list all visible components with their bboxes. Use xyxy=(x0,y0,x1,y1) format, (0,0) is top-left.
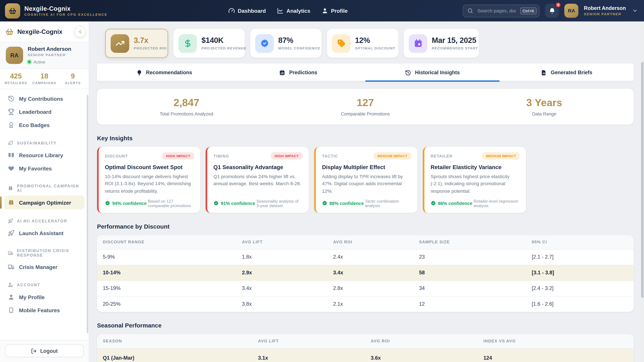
search-shortcut-badge: Ctrl+K xyxy=(520,7,537,14)
tab-generated-briefs[interactable]: Generated Briefs xyxy=(500,63,634,82)
metric-card-model-confidence: 87% MODEL CONFIDENCE xyxy=(250,29,322,58)
chevron-down-icon[interactable] xyxy=(632,8,638,13)
app-subtitle: COGNITIVE AI FOR CPG EXCELLENCE xyxy=(24,13,108,16)
status-label: Active xyxy=(33,59,45,64)
search-icon xyxy=(468,8,473,13)
table-row: 20-25%3.8x2.1x12[1.6 - 2.6] xyxy=(97,296,634,312)
insight-source: Retailer-level regression analysis xyxy=(474,199,520,208)
sidebar-item-eco-badges[interactable]: Eco Badges xyxy=(4,118,85,132)
discount-performance-table: DISCOUNT RANGEAVG LIFTAVG ROISAMPLE SIZE… xyxy=(97,235,634,312)
sidebar-collapse-button[interactable] xyxy=(74,26,86,37)
table-cell: 20-25% xyxy=(97,301,242,307)
sidebar-item-resource-library[interactable]: Resource Library xyxy=(4,149,85,162)
metric-icon-wrap xyxy=(409,34,427,53)
tab-label: Generated Briefs xyxy=(551,70,592,75)
table-cell: 2.4x xyxy=(333,254,419,260)
key-insights-grid: DISCOUNT HIGH IMPACT Optimal Discount Sw… xyxy=(97,147,634,213)
nav-analytics[interactable]: Analytics xyxy=(277,7,310,14)
book-icon xyxy=(8,152,14,158)
table-cell: 3.8x xyxy=(242,301,333,307)
topbar-right: Ctrl+K 9 RA Robert Anderson SENIOR PARTN… xyxy=(463,4,638,18)
table-cell: 2.9x xyxy=(242,270,333,276)
sidebar-item-launch-assistant[interactable]: Launch Assistant xyxy=(4,227,85,240)
user-info[interactable]: Robert Anderson SENIOR PARTNER xyxy=(584,5,626,16)
sidebar-item-my-favorites[interactable]: My Favorites xyxy=(4,162,85,175)
table-cell: [1.6 - 2.6] xyxy=(532,301,634,307)
section-header-label: PROMOTIONAL CAMPAIGN AI xyxy=(17,184,81,193)
metric-label: PROJECTED REVENUE xyxy=(202,46,246,50)
user-cog-icon xyxy=(8,282,13,288)
confidence-label: 86% confidence xyxy=(438,201,472,206)
logout-label: Logout xyxy=(40,348,58,354)
logout-button[interactable]: Logout xyxy=(5,345,84,357)
table-cell: 34 xyxy=(419,286,532,291)
metric-value: 87% xyxy=(278,36,320,44)
sidebar-item-mobile-features[interactable]: Mobile Features xyxy=(4,304,85,317)
brand: Nexgile-Cognix COGNITIVE AI FOR CPG EXCE… xyxy=(5,3,108,18)
sidebar-item-label: Eco Badges xyxy=(19,122,50,128)
insight-footer: 94% confidence Based on 127 comparable p… xyxy=(105,195,194,208)
insight-title: Q1 Seasonality Advantage xyxy=(214,164,303,170)
search-box[interactable]: Ctrl+K xyxy=(463,4,540,17)
search-input[interactable] xyxy=(477,8,517,13)
calendar-icon xyxy=(414,39,422,48)
sidebar-item-label: My Profile xyxy=(19,294,44,300)
metric-card-optimal-discount: 12% OPTIMAL DISCOUNT xyxy=(327,29,398,58)
bulb-icon xyxy=(136,69,142,76)
sidebar-item-label: Mobile Features xyxy=(19,307,60,313)
metric-icon-wrap xyxy=(255,34,274,53)
stat-label: CAMPAIGNS xyxy=(30,81,59,85)
user-avatar[interactable]: RA xyxy=(564,4,578,18)
table-cell: 23 xyxy=(419,254,532,260)
table-cell: 15-19% xyxy=(97,286,242,291)
sidebar-item-label: Leaderboard xyxy=(19,109,52,115)
column-header: SEASON xyxy=(97,339,258,344)
tab-recommendations[interactable]: Recommendations xyxy=(97,63,231,82)
page-scrollbar-thumb[interactable] xyxy=(641,62,644,298)
sidebar-stats: 425 RETAILERS 18 CAMPAIGNS 9 ALERTS xyxy=(0,69,89,89)
basket-icon xyxy=(5,27,14,36)
summary-label: Total Promotions Analyzed xyxy=(97,111,276,116)
tabs-bar: Recommendations Predictions Historical I… xyxy=(97,63,634,82)
sidebar-section-promotional-campaign-ai: PROMOTIONAL CAMPAIGN AI xyxy=(8,184,81,193)
status-dot xyxy=(28,60,31,63)
sidebar-item-label: My Favorites xyxy=(19,165,52,171)
column-header: 95% CI xyxy=(532,240,634,244)
insight-card-retailer-elasticity-variance: RETAILER MEDIUM IMPACT Retailer Elastici… xyxy=(423,147,526,213)
sidebar-item-label: Campaign Optimizer xyxy=(19,200,71,206)
nav-profile[interactable]: Profile xyxy=(322,7,348,14)
sidebar-item-crisis-manager[interactable]: Crisis Manager xyxy=(4,260,85,274)
award-icon xyxy=(8,122,14,128)
app-title: Nexgile-Cognix xyxy=(24,5,108,11)
summary-value: 2,847 xyxy=(97,97,276,108)
sidebar-scrollbar[interactable] xyxy=(87,95,88,333)
confidence: 91% confidence xyxy=(214,201,255,206)
insight-body: 10-14% discount range delivers highest R… xyxy=(105,173,194,195)
nav-dashboard[interactable]: Dashboard xyxy=(228,7,266,14)
table-cell: 124 xyxy=(483,355,634,361)
sidebar-item-my-contributions[interactable]: My Contributions xyxy=(4,92,85,105)
stat-value: 9 xyxy=(59,72,87,80)
metric-value: 3.7x xyxy=(134,36,167,44)
sidebar-item-leaderboard[interactable]: Leaderboard xyxy=(4,105,85,118)
sidebar-item-my-profile[interactable]: My Profile xyxy=(4,291,85,304)
insight-footer: 91% confidence Seasonality analysis of 3… xyxy=(214,195,303,208)
dollar-icon xyxy=(183,39,192,48)
insight-footer: 88% confidence Tactic combination analys… xyxy=(322,195,411,208)
seasonal-performance-table: SEASONAVG LIFTAVG ROIINDEX VS AVGQ1 (Jan… xyxy=(97,334,634,362)
confidence-label: 94% confidence xyxy=(112,201,147,206)
tab-label: Recommendations xyxy=(146,70,192,75)
table-cell: 12 xyxy=(419,301,532,307)
metric-label: OPTIMAL DISCOUNT xyxy=(355,46,395,50)
summary-value: 127 xyxy=(276,97,455,108)
sidebar-stat-retailers: 425 RETAILERS xyxy=(2,72,30,85)
notifications-button[interactable]: 9 xyxy=(545,4,559,18)
sidebar-user-role: SENIOR PARTNER xyxy=(28,53,71,57)
tab-predictions[interactable]: Predictions xyxy=(231,63,365,82)
gauge-icon xyxy=(228,7,235,14)
tab-historical-insights[interactable]: Historical Insights xyxy=(365,63,500,82)
metric-value: Mar 15, 2025 xyxy=(432,36,478,44)
sidebar-item-campaign-optimizer[interactable]: Campaign Optimizer xyxy=(4,196,85,210)
table-row: Q1 (Jan-Mar)3.1x3.6x124 xyxy=(97,349,634,362)
sidebar-section-sustainability: SUSTAINABILITY xyxy=(8,140,81,146)
